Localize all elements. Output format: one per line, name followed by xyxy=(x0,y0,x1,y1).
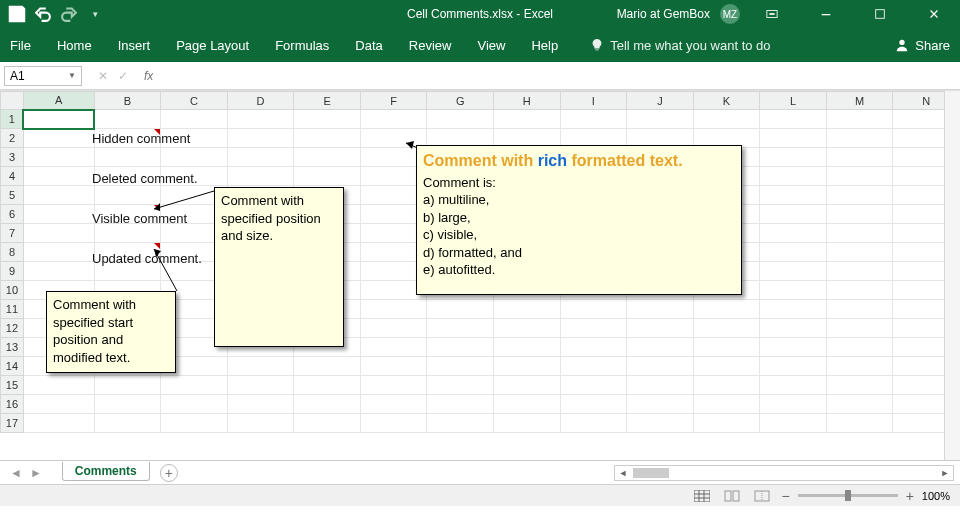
redo-button[interactable] xyxy=(58,4,80,24)
row-header-14[interactable]: 14 xyxy=(1,357,24,376)
cancel-formula-icon[interactable]: ✕ xyxy=(98,69,108,83)
cell-B16[interactable] xyxy=(94,395,161,414)
cell-K17[interactable] xyxy=(693,414,760,433)
sheet-nav-next-icon[interactable]: ► xyxy=(30,466,42,480)
select-all-cell[interactable] xyxy=(1,92,24,110)
cell-M6[interactable] xyxy=(826,205,893,224)
cell-E15[interactable] xyxy=(294,376,361,395)
row-header-10[interactable]: 10 xyxy=(1,281,24,300)
cell-L8[interactable] xyxy=(760,243,827,262)
user-avatar[interactable]: MZ xyxy=(720,4,740,24)
col-header-H[interactable]: H xyxy=(493,92,560,110)
col-header-E[interactable]: E xyxy=(294,92,361,110)
vertical-scrollbar[interactable] xyxy=(944,91,960,460)
row-header-1[interactable]: 1 xyxy=(1,110,24,129)
cell-E2[interactable] xyxy=(294,129,361,148)
cell-J13[interactable] xyxy=(627,338,694,357)
row-header-8[interactable]: 8 xyxy=(1,243,24,262)
cell-E17[interactable] xyxy=(294,414,361,433)
save-button[interactable] xyxy=(6,4,28,24)
cell-I16[interactable] xyxy=(560,395,627,414)
normal-view-button[interactable] xyxy=(691,488,713,504)
col-header-B[interactable]: B xyxy=(94,92,161,110)
cell-M5[interactable] xyxy=(826,186,893,205)
cell-L12[interactable] xyxy=(760,319,827,338)
col-header-K[interactable]: K xyxy=(693,92,760,110)
cell-L15[interactable] xyxy=(760,376,827,395)
row-header-13[interactable]: 13 xyxy=(1,338,24,357)
cell-I11[interactable] xyxy=(560,300,627,319)
cell-M2[interactable] xyxy=(826,129,893,148)
tab-file[interactable]: File xyxy=(10,38,31,53)
tab-help[interactable]: Help xyxy=(531,38,558,53)
cell-L1[interactable] xyxy=(760,110,827,129)
cell-G14[interactable] xyxy=(427,357,494,376)
tab-page-layout[interactable]: Page Layout xyxy=(176,38,249,53)
column-headers[interactable]: A B C D E F G H I J K L M N xyxy=(1,92,960,110)
cell-G13[interactable] xyxy=(427,338,494,357)
tab-formulas[interactable]: Formulas xyxy=(275,38,329,53)
customize-qat-icon[interactable]: ▾ xyxy=(84,4,106,24)
col-header-I[interactable]: I xyxy=(560,92,627,110)
cell-M14[interactable] xyxy=(826,357,893,376)
col-header-C[interactable]: C xyxy=(161,92,228,110)
zoom-in-button[interactable]: + xyxy=(906,488,914,504)
cell-L7[interactable] xyxy=(760,224,827,243)
cell-H1[interactable] xyxy=(493,110,560,129)
cell-L13[interactable] xyxy=(760,338,827,357)
cell-A7[interactable] xyxy=(23,224,94,243)
cell-B15[interactable] xyxy=(94,376,161,395)
row-header-16[interactable]: 16 xyxy=(1,395,24,414)
cell-A9[interactable] xyxy=(23,262,94,281)
cell-H14[interactable] xyxy=(493,357,560,376)
cell-B2[interactable] xyxy=(94,129,161,148)
tab-home[interactable]: Home xyxy=(57,38,92,53)
cell-L11[interactable] xyxy=(760,300,827,319)
row-header-3[interactable]: 3 xyxy=(1,148,24,167)
cell-B9[interactable] xyxy=(94,262,161,281)
cell-A16[interactable] xyxy=(23,395,94,414)
col-header-M[interactable]: M xyxy=(826,92,893,110)
cell-I12[interactable] xyxy=(560,319,627,338)
minimize-button[interactable] xyxy=(804,0,848,28)
cell-C4[interactable] xyxy=(161,167,228,186)
cell-K16[interactable] xyxy=(693,395,760,414)
cell-D14[interactable] xyxy=(227,357,294,376)
zoom-level[interactable]: 100% xyxy=(922,490,950,502)
cell-A1[interactable] xyxy=(23,110,94,129)
cell-M13[interactable] xyxy=(826,338,893,357)
cell-A15[interactable] xyxy=(23,376,94,395)
zoom-slider[interactable] xyxy=(798,494,898,497)
page-break-view-button[interactable] xyxy=(751,488,773,504)
cell-E16[interactable] xyxy=(294,395,361,414)
cell-H17[interactable] xyxy=(493,414,560,433)
cell-J16[interactable] xyxy=(627,395,694,414)
cell-D4[interactable] xyxy=(227,167,294,186)
cell-L3[interactable] xyxy=(760,148,827,167)
enter-formula-icon[interactable]: ✓ xyxy=(118,69,128,83)
col-header-A[interactable]: A xyxy=(23,92,94,110)
cell-B17[interactable] xyxy=(94,414,161,433)
tab-insert[interactable]: Insert xyxy=(118,38,151,53)
col-header-G[interactable]: G xyxy=(427,92,494,110)
cell-B3[interactable] xyxy=(94,148,161,167)
cell-L2[interactable] xyxy=(760,129,827,148)
cell-G1[interactable] xyxy=(427,110,494,129)
cell-J17[interactable] xyxy=(627,414,694,433)
cell-M11[interactable] xyxy=(826,300,893,319)
cell-L16[interactable] xyxy=(760,395,827,414)
cell-M15[interactable] xyxy=(826,376,893,395)
cell-B6[interactable] xyxy=(94,205,161,224)
cell-L4[interactable] xyxy=(760,167,827,186)
cell-H16[interactable] xyxy=(493,395,560,414)
new-sheet-button[interactable]: + xyxy=(160,464,178,482)
cell-A5[interactable] xyxy=(23,186,94,205)
cell-F16[interactable] xyxy=(360,395,427,414)
cell-L14[interactable] xyxy=(760,357,827,376)
tab-data[interactable]: Data xyxy=(355,38,382,53)
row-header-4[interactable]: 4 xyxy=(1,167,24,186)
cell-K12[interactable] xyxy=(693,319,760,338)
sheet-tab-comments[interactable]: Comments xyxy=(62,462,150,481)
fx-icon[interactable]: fx xyxy=(144,69,153,83)
cell-B1[interactable] xyxy=(94,110,161,129)
